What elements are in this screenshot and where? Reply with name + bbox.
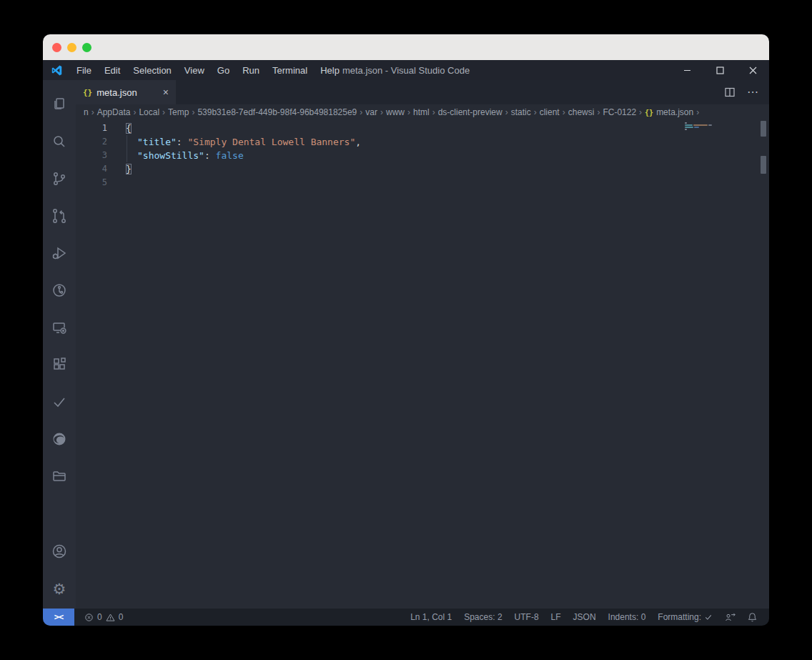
menu-run[interactable]: Run <box>236 65 266 76</box>
close-brace-token: } <box>126 164 132 174</box>
code-line[interactable]: 3 "showStills": false <box>76 149 769 162</box>
code-line[interactable]: 5 <box>76 176 769 189</box>
breadcrumb-item[interactable]: Temp <box>167 107 190 117</box>
breadcrumb-item[interactable]: html <box>412 107 431 117</box>
status-item[interactable]: Spaces: 2 <box>464 612 502 622</box>
status-item[interactable]: UTF-8 <box>515 612 539 622</box>
maximize-button[interactable] <box>703 60 736 80</box>
breadcrumb: n›AppData›Local›Temp›539b31e8-7edf-449b-… <box>76 104 769 120</box>
warnings-count: 0 <box>119 612 124 622</box>
status-item[interactable]: Indents: 0 <box>608 612 646 622</box>
close-button[interactable] <box>736 60 769 80</box>
chevron-right-icon: › <box>406 107 412 117</box>
edge-browser-icon[interactable] <box>43 420 76 458</box>
run-debug-icon[interactable] <box>43 235 76 272</box>
breadcrumb-item[interactable]: ds-client-preview <box>437 107 504 117</box>
status-item[interactable]: Ln 1, Col 1 <box>410 612 452 622</box>
zoom-traffic-light[interactable] <box>82 43 91 52</box>
problems-indicator[interactable]: 0 0 <box>84 612 123 622</box>
chevron-right-icon: › <box>595 107 601 117</box>
menu-terminal[interactable]: Terminal <box>266 65 314 76</box>
code-editor[interactable]: 1 { 2 "title": "Simply Dental Lowell Ban… <box>76 120 769 609</box>
scrollbar-thumb[interactable] <box>761 156 766 174</box>
tab-bar: {} meta.json × ⋯ <box>76 80 769 104</box>
breadcrumb-item[interactable]: AppData <box>96 107 132 117</box>
search-icon[interactable] <box>43 123 76 160</box>
check-icon <box>704 613 713 621</box>
menu-view[interactable]: View <box>178 65 211 76</box>
chevron-right-icon: › <box>132 107 137 117</box>
line-number: 3 <box>76 149 107 162</box>
line-number: 4 <box>76 162 107 176</box>
code-line[interactable]: 2 "title": "Simply Dental Lowell Banners… <box>76 135 769 149</box>
tab-label: meta.json <box>96 87 137 98</box>
menubar: FileEditSelectionViewGoRunTerminalHelp m… <box>43 60 769 80</box>
breadcrumb-item[interactable]: Local <box>137 107 161 117</box>
timeline-icon[interactable] <box>43 272 76 309</box>
minimize-button[interactable] <box>670 60 703 80</box>
settings-gear-icon[interactable]: ⚙ <box>43 570 76 607</box>
check-icon[interactable] <box>43 383 76 420</box>
extensions-icon[interactable] <box>43 346 76 383</box>
mac-titlebar <box>43 34 769 60</box>
code-line[interactable]: 4 } <box>76 162 769 176</box>
remote-indicator[interactable]: >< <box>43 609 74 626</box>
formatting-label: Formatting: <box>658 612 701 622</box>
colon-token: : <box>177 137 188 147</box>
json-key-showstills: "showStills" <box>137 150 204 161</box>
chevron-right-icon: › <box>431 107 437 117</box>
breadcrumb-item[interactable]: static <box>510 107 533 117</box>
comma-token: , <box>355 137 361 147</box>
chevron-right-icon: › <box>561 107 567 117</box>
breadcrumb-item[interactable]: var <box>364 107 379 117</box>
json-key-title: "title" <box>137 137 177 147</box>
breadcrumb-item[interactable]: meta.json <box>655 107 695 117</box>
json-braces-icon: {} <box>83 88 92 97</box>
explorer-icon[interactable] <box>43 86 76 123</box>
status-item[interactable]: LF <box>551 612 561 622</box>
editor-actions: ⋯ <box>724 80 769 104</box>
split-editor-icon[interactable] <box>724 87 736 98</box>
notifications-bell-icon[interactable] <box>748 612 757 622</box>
folder-icon[interactable] <box>43 458 76 495</box>
feedback-icon[interactable] <box>725 612 736 622</box>
tab-close-icon[interactable]: × <box>163 87 169 97</box>
menu-file[interactable]: File <box>70 65 98 76</box>
source-control-icon[interactable] <box>43 160 76 197</box>
chevron-right-icon: › <box>161 107 167 117</box>
status-item[interactable]: JSON <box>573 612 596 622</box>
chevron-right-icon: › <box>358 107 364 117</box>
minimap[interactable] <box>685 122 725 131</box>
breadcrumb-item[interactable]: 539b31e8-7edf-449b-98f4-96b4981825e9 <box>196 107 358 117</box>
menu-selection[interactable]: Selection <box>127 65 177 76</box>
chevron-right-icon: › <box>190 107 196 117</box>
menu-edit[interactable]: Edit <box>98 65 127 76</box>
activity-bar: ⚙ <box>43 80 76 609</box>
formatting-status[interactable]: Formatting: <box>658 612 713 622</box>
menu-help[interactable]: Help <box>314 65 346 76</box>
chevron-right-icon: › <box>533 107 538 117</box>
chevron-right-icon: › <box>379 107 385 117</box>
colon-token: : <box>204 150 216 161</box>
close-traffic-light[interactable] <box>52 43 61 52</box>
pull-request-icon[interactable] <box>43 197 76 235</box>
minimize-traffic-light[interactable] <box>67 43 76 52</box>
chevron-right-icon: › <box>90 107 96 117</box>
account-icon[interactable] <box>43 533 76 570</box>
more-actions-icon[interactable]: ⋯ <box>747 87 759 98</box>
menu-go[interactable]: Go <box>211 65 236 76</box>
status-bar: >< 0 0 Ln 1, Col 1Spaces: 2UTF-8LFJSONIn… <box>43 609 769 626</box>
remote-explorer-icon[interactable] <box>43 309 76 346</box>
breadcrumb-item[interactable]: client <box>538 107 561 117</box>
breadcrumb-item[interactable]: chewsi <box>567 107 596 117</box>
open-brace-token: { <box>126 123 132 134</box>
scrollbar-thumb[interactable] <box>761 121 766 137</box>
tab-meta-json[interactable]: {} meta.json × <box>76 80 176 104</box>
breadcrumb-item[interactable]: n <box>82 107 90 117</box>
breadcrumb-item[interactable]: FC-0122 <box>601 107 638 117</box>
code-line[interactable]: 1 { <box>76 122 769 135</box>
line-number: 2 <box>76 135 107 149</box>
breadcrumb-item[interactable]: www <box>385 107 406 117</box>
json-value-showstills: false <box>216 150 244 161</box>
json-value-title: "Simply Dental Lowell Banners" <box>187 137 355 147</box>
